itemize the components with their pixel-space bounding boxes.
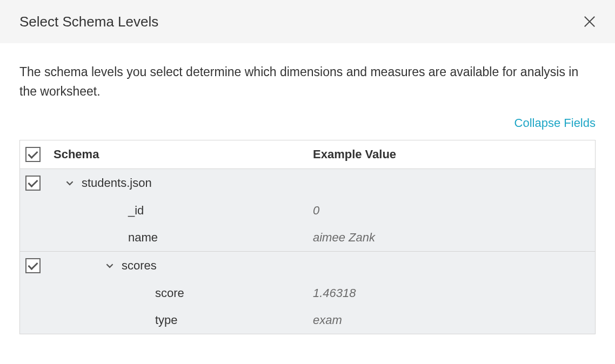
schema-cell: scores bbox=[54, 259, 313, 273]
example-cell: 1.46318 bbox=[313, 286, 590, 300]
field-name: _id bbox=[128, 204, 144, 218]
field-name: name bbox=[128, 231, 158, 245]
field-name: score bbox=[155, 286, 184, 300]
schema-cell: score bbox=[54, 286, 313, 300]
field-row: _id 0 bbox=[20, 197, 595, 224]
chevron-down-icon[interactable] bbox=[63, 177, 76, 190]
schema-table: Schema Example Value students.json bbox=[19, 140, 596, 334]
schema-cell: students.json bbox=[54, 176, 313, 190]
example-value: 1.46318 bbox=[313, 286, 356, 300]
example-value: aimee Zank bbox=[313, 231, 375, 244]
collapse-fields-container: Collapse Fields bbox=[19, 116, 596, 130]
collapse-fields-link[interactable]: Collapse Fields bbox=[514, 116, 596, 130]
schema-group-child: scores score 1.46318 type bbox=[20, 252, 595, 334]
row-checkbox-cell bbox=[25, 176, 54, 191]
field-name: type bbox=[155, 313, 178, 327]
dialog-header: Select Schema Levels bbox=[0, 0, 615, 43]
example-cell: aimee Zank bbox=[313, 231, 590, 245]
schema-cell: type bbox=[54, 313, 313, 327]
schema-row-child[interactable]: scores bbox=[20, 252, 595, 280]
table-header-row: Schema Example Value bbox=[20, 140, 595, 169]
select-all-checkbox[interactable] bbox=[25, 147, 41, 162]
row-checkbox[interactable] bbox=[25, 258, 41, 273]
column-header-schema: Schema bbox=[54, 147, 313, 161]
column-header-example: Example Value bbox=[313, 147, 590, 161]
field-row: name aimee Zank bbox=[20, 224, 595, 251]
close-icon[interactable] bbox=[584, 16, 596, 28]
schema-cell: _id bbox=[54, 204, 313, 218]
header-checkbox-cell bbox=[25, 147, 54, 162]
example-cell: 0 bbox=[313, 204, 590, 218]
example-value: 0 bbox=[313, 204, 319, 217]
schema-group-root: students.json _id 0 name bbox=[20, 169, 595, 252]
field-row: type exam bbox=[20, 307, 595, 334]
row-checkbox[interactable] bbox=[25, 176, 41, 191]
schema-name: students.json bbox=[82, 176, 152, 190]
field-row: score 1.46318 bbox=[20, 280, 595, 307]
example-value: exam bbox=[313, 313, 342, 327]
chevron-down-icon[interactable] bbox=[103, 259, 116, 272]
example-cell: exam bbox=[313, 313, 590, 327]
schema-name: scores bbox=[122, 259, 157, 273]
dialog-description: The schema levels you select determine w… bbox=[19, 63, 596, 101]
schema-cell: name bbox=[54, 231, 313, 245]
dialog-title: Select Schema Levels bbox=[19, 14, 158, 30]
dialog-body: The schema levels you select determine w… bbox=[0, 43, 615, 334]
schema-row-root[interactable]: students.json bbox=[20, 169, 595, 197]
row-checkbox-cell bbox=[25, 258, 54, 273]
